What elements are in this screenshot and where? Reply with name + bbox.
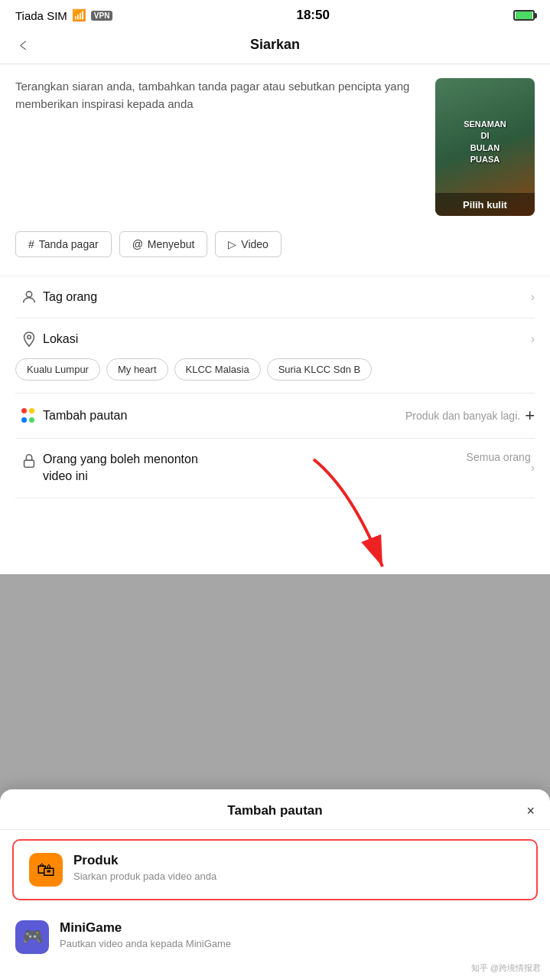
status-right: [513, 10, 535, 21]
thumbnail-bottom-text: Pilih kulit: [463, 199, 507, 211]
add-link-value: Produk dan banyak lagi.: [405, 410, 520, 422]
lock-icon: [15, 451, 43, 469]
produk-content: Produk Siarkan produk pada video anda: [73, 853, 216, 882]
location-icon: [15, 331, 43, 348]
status-bar: Tiada SIM 📶 VPN 18:50: [0, 0, 550, 29]
tag-people-row[interactable]: Tag orang ›: [15, 276, 535, 318]
tag-row: # Tanda pagar @ Menyebut ▷ Video: [15, 231, 535, 257]
carrier-label: Tiada SIM: [15, 9, 67, 22]
dots-icon: [15, 408, 43, 423]
tag-people-label: Tag orang: [43, 290, 531, 304]
wifi-icon: 📶: [72, 8, 86, 22]
minigame-title: MiniGame: [60, 920, 231, 936]
produk-icon: 🛍: [29, 853, 63, 887]
produk-title: Produk: [73, 853, 216, 868]
thumbnail-overlay: Pilih kulit: [435, 193, 535, 216]
main-content: Terangkan siaran anda, tambahkan tanda p…: [0, 64, 550, 498]
minigame-desc: Pautkan video anda kepada MiniGame: [60, 938, 231, 949]
privacy-row[interactable]: Orang yang boleh menontonvideo ini Semua…: [15, 439, 535, 498]
back-button[interactable]: ﹤: [15, 34, 32, 57]
thumbnail-label: SENAMAN DIBULAN PUASA: [461, 119, 510, 166]
minigame-icon: 🎮: [15, 920, 49, 954]
bottom-sheet: Tambah pautan × 🛍 Produk Siarkan produk …: [0, 789, 550, 980]
page-title: Siarkan: [250, 37, 300, 53]
location-label: Lokasi: [43, 332, 531, 346]
description-row: Terangkan siaran anda, tambahkan tanda p…: [15, 78, 535, 216]
location-chevron: ›: [531, 332, 535, 346]
status-time: 18:50: [296, 8, 329, 23]
privacy-chevron: ›: [531, 461, 535, 475]
location-row[interactable]: Lokasi ›: [15, 318, 535, 351]
thumbnail[interactable]: SENAMAN DIBULAN PUASA Pilih kulit: [435, 78, 535, 216]
chip-suria[interactable]: Suria KLCC Sdn B: [267, 358, 373, 381]
mention-label: Menyebut: [148, 238, 194, 250]
minigame-content: MiniGame Pautkan video anda kepada MiniG…: [60, 920, 231, 949]
chip-kl[interactable]: Kualu Lumpur: [15, 358, 100, 381]
add-link-label: Tambah pautan: [43, 409, 405, 423]
sheet-header: Tambah pautan ×: [0, 789, 550, 830]
watermark: 知乎 @跨境情报君: [471, 962, 541, 974]
sheet-title: Tambah pautan: [227, 803, 322, 818]
privacy-text: Orang yang boleh menontonvideo ini: [43, 451, 467, 485]
produk-desc: Siarkan produk pada video anda: [73, 871, 216, 882]
privacy-label: Orang yang boleh menontonvideo ini: [43, 451, 467, 485]
chip-myheart[interactable]: My heart: [106, 358, 168, 381]
mention-icon: @: [132, 238, 143, 250]
tag-mention-button[interactable]: @ Menyebut: [119, 231, 208, 257]
svg-rect-2: [24, 460, 34, 467]
sheet-close-button[interactable]: ×: [526, 803, 535, 819]
video-label: Video: [241, 238, 268, 250]
video-icon: ▷: [228, 238, 236, 250]
tag-hashtag-button[interactable]: # Tanda pagar: [15, 231, 112, 257]
location-chips-row: Kualu Lumpur My heart KLCC Malasia Suria…: [15, 351, 535, 394]
tag-people-chevron: ›: [531, 290, 535, 304]
add-link-row[interactable]: Tambah pautan Produk dan banyak lagi. +: [15, 394, 535, 439]
chip-klcc[interactable]: KLCC Malasia: [174, 358, 261, 381]
svg-point-1: [28, 335, 31, 339]
hashtag-icon: #: [28, 238, 34, 250]
vpn-badge: VPN: [91, 11, 113, 21]
battery-icon: [513, 10, 535, 21]
tag-video-button[interactable]: ▷ Video: [215, 231, 282, 257]
person-icon: [15, 289, 43, 305]
sheet-item-produk[interactable]: 🛍 Produk Siarkan produk pada video anda: [12, 839, 538, 900]
privacy-value: Semua orang: [467, 451, 531, 463]
sheet-item-minigame[interactable]: 🎮 MiniGame Pautkan video anda kepada Min…: [0, 910, 550, 965]
hashtag-label: Tanda pagar: [39, 238, 99, 250]
svg-point-0: [26, 292, 31, 297]
nav-header: ﹤ Siarkan: [0, 29, 550, 64]
plus-icon: +: [525, 406, 535, 426]
description-text[interactable]: Terangkan siaran anda, tambahkan tanda p…: [15, 78, 425, 216]
status-left: Tiada SIM 📶 VPN: [15, 8, 112, 22]
